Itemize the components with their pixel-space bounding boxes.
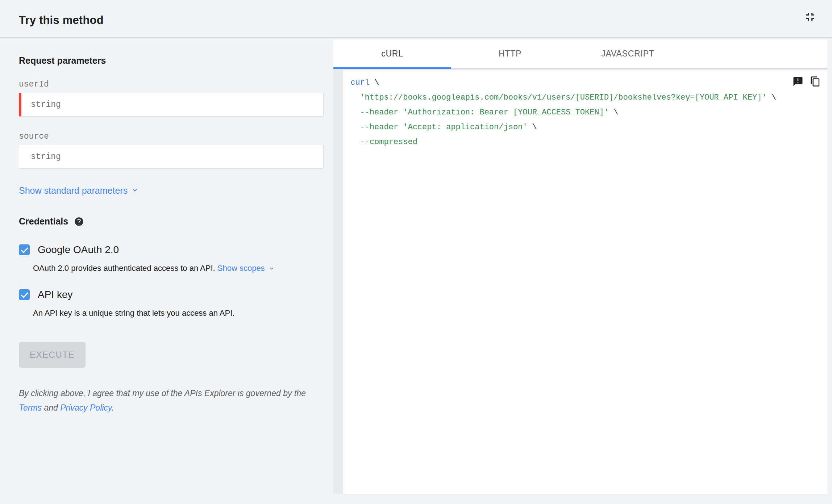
- feedback-icon[interactable]: [793, 76, 803, 87]
- code-language-tabs: cURL HTTP JAVASCRIPT: [333, 39, 827, 69]
- code-line: --header 'Accept: application/json' \: [350, 120, 820, 135]
- oauth-description: OAuth 2.0 provides authenticated access …: [33, 264, 324, 274]
- copy-icon[interactable]: [810, 76, 821, 87]
- param-label-userid: userId: [19, 80, 324, 89]
- terms-link[interactable]: Terms: [19, 403, 42, 412]
- code-line: 'https://books.googleapis.com/books/v1/u…: [350, 90, 820, 105]
- chevron-down-icon: [266, 264, 275, 273]
- show-standard-parameters-link[interactable]: Show standard parameters: [19, 185, 128, 196]
- page-title: Try this method: [19, 14, 104, 27]
- fullscreen-exit-icon[interactable]: [803, 9, 818, 24]
- help-icon[interactable]: [74, 217, 84, 227]
- apikey-label: API key: [38, 289, 72, 301]
- credentials-heading: Credentials: [19, 216, 68, 227]
- code-sample-panel: cURL HTTP JAVASCRIPT curl \ 'https://boo…: [333, 39, 827, 495]
- tab-curl[interactable]: cURL: [333, 39, 451, 68]
- chevron-down-icon: [131, 185, 138, 196]
- request-parameters-heading: Request parameters: [19, 55, 324, 66]
- execute-button[interactable]: EXECUTE: [19, 342, 86, 368]
- oauth-checkbox[interactable]: [19, 244, 30, 255]
- oauth-description-text: OAuth 2.0 provides authenticated access …: [33, 264, 217, 273]
- privacy-policy-link[interactable]: Privacy Policy: [60, 403, 111, 412]
- oauth-label: Google OAuth 2.0: [38, 244, 119, 256]
- apikey-checkbox[interactable]: [19, 289, 30, 300]
- code-area: curl \ 'https://books.googleapis.com/boo…: [333, 69, 827, 494]
- userid-input[interactable]: [19, 93, 324, 117]
- source-input[interactable]: [19, 145, 324, 169]
- param-label-source: source: [19, 132, 324, 141]
- disclaimer-part2: and: [42, 403, 60, 412]
- tab-http[interactable]: HTTP: [451, 39, 569, 68]
- disclaimer-part1: By clicking above, I agree that my use o…: [19, 388, 306, 398]
- disclaimer-text: By clicking above, I agree that my use o…: [19, 386, 325, 415]
- code-line: --header 'Authorization: Bearer [YOUR_AC…: [350, 105, 820, 120]
- apikey-description: An API key is a unique string that lets …: [33, 308, 324, 318]
- tab-javascript[interactable]: JAVASCRIPT: [569, 39, 687, 68]
- disclaimer-part3: .: [112, 403, 114, 412]
- code-line: curl \: [350, 75, 820, 90]
- code-block[interactable]: curl \ 'https://books.googleapis.com/boo…: [343, 70, 827, 155]
- dialog-header: Try this method: [0, 0, 832, 38]
- code-line: --compressed: [350, 135, 820, 150]
- show-scopes-link[interactable]: Show scopes: [217, 264, 265, 273]
- code-card: curl \ 'https://books.googleapis.com/boo…: [343, 70, 827, 494]
- request-form-panel: Request parameters userId source Show st…: [0, 39, 333, 504]
